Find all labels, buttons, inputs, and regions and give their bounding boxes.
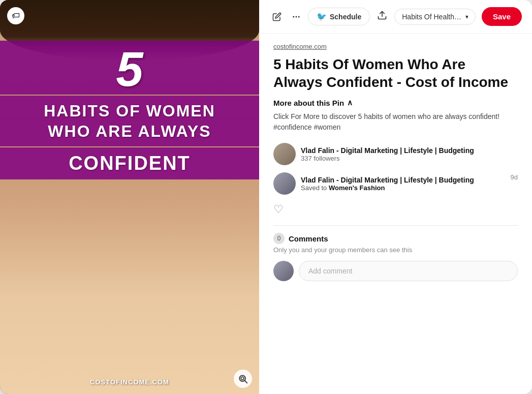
source-link[interactable]: costofincome.com (273, 43, 518, 50)
pin-number: 5 (116, 42, 143, 96)
creator-profile-row: Vlad Falin - Digital Marketing | Lifesty… (273, 143, 518, 165)
saver-row: Vlad Falin - Digital Marketing | Lifesty… (273, 172, 518, 195)
pin-description: Click For More to discover 5 habits of w… (273, 111, 518, 133)
svg-point-4 (296, 16, 297, 17)
svg-point-3 (293, 16, 294, 17)
board-name: Habits Of Healthy Pe... (402, 13, 462, 21)
creator-avatar[interactable] (273, 143, 296, 165)
visual-search-button[interactable] (234, 370, 252, 388)
confident-block: CONFIDENT (0, 147, 259, 179)
creator-info: Vlad Falin - Digital Marketing | Lifesty… (301, 146, 474, 162)
number-block: 5 (0, 41, 259, 95)
svg-point-2 (241, 377, 244, 380)
saved-to-label: Saved to (301, 184, 327, 192)
chevron-down-icon: ▾ (465, 13, 468, 20)
habits-block: HABITS OF WOMEN WHO ARE ALWAYS (0, 96, 259, 146)
saver-avatar[interactable] (273, 172, 296, 195)
details-toolbar: 🐦 Schedule Habits Of Healthy Pe... ▾ Sav… (259, 0, 532, 34)
svg-line-1 (245, 381, 247, 383)
more-options-button[interactable] (289, 9, 304, 24)
upload-button[interactable] (374, 7, 390, 26)
habits-line1: HABITS OF WOMEN (10, 101, 249, 121)
comments-note: Only you and your group members can see … (273, 246, 518, 254)
comments-header-row: 0 Comments (273, 233, 518, 244)
creator-avatar-image (273, 143, 296, 165)
comment-input-row (273, 261, 518, 281)
comments-section: 0 Comments Only you and your group membe… (273, 233, 518, 281)
confident-text: CONFIDENT (10, 153, 249, 174)
schedule-bird-icon: 🐦 (317, 12, 327, 21)
saver-info: Vlad Falin - Digital Marketing | Lifesty… (301, 176, 506, 192)
modal-container: 🏷 5 HABITS OF WOMEN WHO ARE ALWAYS CONFI… (0, 0, 532, 394)
saved-location: Saved to Women's Fashion (301, 184, 506, 192)
like-button[interactable]: ♡ (273, 203, 284, 216)
schedule-button[interactable]: 🐦 Schedule (308, 8, 370, 25)
image-panel: 🏷 5 HABITS OF WOMEN WHO ARE ALWAYS CONFI… (0, 0, 259, 394)
saved-board[interactable]: Women's Fashion (329, 184, 385, 192)
save-button[interactable]: Save (482, 7, 522, 26)
more-about-toggle[interactable]: More about this Pin ∧ (273, 98, 518, 107)
board-selector[interactable]: Habits Of Healthy Pe... ▾ (394, 9, 476, 25)
tag-icon-wrapper[interactable]: 🏷 (7, 7, 24, 24)
saver-name: Vlad Falin - Digital Marketing | Lifesty… (301, 176, 506, 184)
habits-line2: WHO ARE ALWAYS (10, 121, 249, 141)
more-about-label: More about this Pin (273, 99, 344, 107)
tag-icon: 🏷 (12, 11, 20, 20)
pin-title: 5 Habits Of Women Who Are Always Confide… (273, 55, 518, 91)
pin-image: 5 HABITS OF WOMEN WHO ARE ALWAYS CONFIDE… (0, 0, 259, 394)
creator-name: Vlad Falin - Digital Marketing | Lifesty… (301, 146, 474, 155)
details-panel: 🐦 Schedule Habits Of Healthy Pe... ▾ Sav… (259, 0, 532, 394)
heart-row: ♡ (273, 203, 518, 216)
svg-point-5 (298, 16, 300, 17)
comment-input[interactable] (299, 261, 518, 281)
watermark: COSTOFINCOME.COM (0, 378, 259, 386)
creator-followers: 337 followers (301, 155, 474, 162)
pin-text-overlay: 5 HABITS OF WOMEN WHO ARE ALWAYS CONFIDE… (0, 41, 259, 179)
divider (273, 225, 518, 226)
comments-label: Comments (289, 234, 328, 243)
edit-button[interactable] (269, 9, 285, 24)
current-user-avatar (273, 261, 294, 281)
saved-time: 9d (511, 172, 518, 181)
schedule-label: Schedule (330, 13, 361, 21)
chevron-up-icon: ∧ (347, 98, 353, 107)
comments-count-badge: 0 (273, 233, 285, 244)
details-body: costofincome.com 5 Habits Of Women Who A… (259, 34, 532, 394)
